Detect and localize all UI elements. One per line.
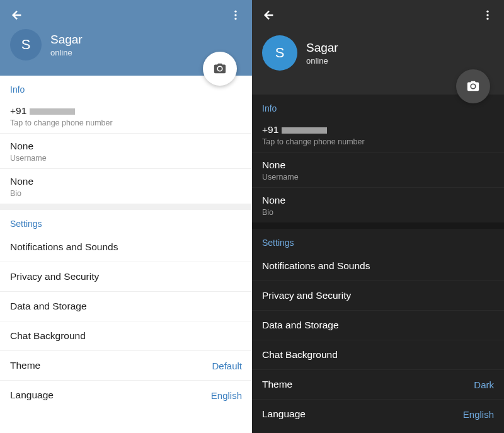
username-row[interactable]: None Username xyxy=(0,134,252,169)
profile-header: S Sagar online xyxy=(252,0,504,95)
svg-point-0 xyxy=(234,11,236,13)
more-options-icon[interactable] xyxy=(229,9,242,24)
data-storage-row[interactable]: Data and Storage xyxy=(0,292,252,321)
username-label: Username xyxy=(10,154,47,163)
language-row[interactable]: Language English xyxy=(252,400,504,429)
theme-label: Theme xyxy=(10,360,40,371)
language-label: Language xyxy=(10,390,54,401)
section-divider xyxy=(0,204,252,210)
camera-button[interactable] xyxy=(456,69,490,103)
language-value: English xyxy=(463,409,494,420)
notifications-row[interactable]: Notifications and Sounds xyxy=(252,251,504,281)
username-value: None xyxy=(10,141,47,152)
language-label: Language xyxy=(262,408,306,420)
privacy-row[interactable]: Privacy and Security xyxy=(0,262,252,292)
profile-status: online xyxy=(306,56,338,66)
profile-status: online xyxy=(50,48,83,57)
bio-value: None xyxy=(10,176,33,187)
camera-button[interactable] xyxy=(203,52,237,86)
privacy-label: Privacy and Security xyxy=(10,271,99,282)
more-options-icon[interactable] xyxy=(481,9,494,24)
phone-prefix: +91 xyxy=(10,105,26,116)
phone-number-redacted xyxy=(30,108,75,115)
bio-value: None xyxy=(262,195,285,206)
theme-row[interactable]: Theme Dark xyxy=(252,370,504,400)
notifications-row[interactable]: Notifications and Sounds xyxy=(0,233,252,262)
phone-prefix: +91 xyxy=(262,124,278,135)
chat-background-row[interactable]: Chat Background xyxy=(252,340,504,370)
username-row[interactable]: None Username xyxy=(252,153,504,188)
svg-point-1 xyxy=(234,14,236,16)
phone-row[interactable]: +91 Tap to change phone number xyxy=(252,117,504,153)
notifications-label: Notifications and Sounds xyxy=(262,260,370,272)
svg-point-2 xyxy=(234,18,236,20)
notifications-label: Notifications and Sounds xyxy=(10,241,118,253)
privacy-label: Privacy and Security xyxy=(262,290,351,301)
settings-section-header: Settings xyxy=(0,210,252,233)
phone-hint: Tap to change phone number xyxy=(10,118,113,127)
avatar[interactable]: S xyxy=(10,29,42,61)
theme-value: Default xyxy=(212,361,242,371)
profile-name: Sagar xyxy=(50,33,83,47)
phone-number-redacted xyxy=(282,127,327,134)
data-storage-row[interactable]: Data and Storage xyxy=(252,311,504,340)
username-label: Username xyxy=(262,173,299,182)
bio-label: Bio xyxy=(262,208,285,217)
data-storage-label: Data and Storage xyxy=(10,301,87,312)
profile-name: Sagar xyxy=(306,41,338,55)
theme-value: Dark xyxy=(474,379,494,390)
section-divider xyxy=(252,222,504,229)
bio-row[interactable]: None Bio xyxy=(0,169,252,204)
language-value: English xyxy=(211,390,242,401)
theme-row[interactable]: Theme Default xyxy=(0,351,252,381)
username-value: None xyxy=(262,159,299,171)
svg-point-4 xyxy=(486,14,488,16)
svg-point-5 xyxy=(486,18,488,20)
chat-background-label: Chat Background xyxy=(10,330,86,342)
back-arrow-icon[interactable] xyxy=(10,8,24,25)
chat-background-label: Chat Background xyxy=(262,349,338,361)
phone-row[interactable]: +91 Tap to change phone number xyxy=(0,98,252,134)
back-arrow-icon[interactable] xyxy=(262,8,276,25)
settings-section-header: Settings xyxy=(252,229,504,251)
avatar[interactable]: S xyxy=(262,35,297,71)
theme-label: Theme xyxy=(262,379,292,390)
bio-label: Bio xyxy=(10,189,33,198)
language-row[interactable]: Language English xyxy=(0,381,252,410)
profile-header: S Sagar online xyxy=(0,0,252,76)
svg-point-3 xyxy=(486,11,488,13)
privacy-row[interactable]: Privacy and Security xyxy=(252,281,504,311)
bio-row[interactable]: None Bio xyxy=(252,188,504,222)
phone-hint: Tap to change phone number xyxy=(262,137,365,146)
chat-background-row[interactable]: Chat Background xyxy=(0,321,252,351)
data-storage-label: Data and Storage xyxy=(262,320,339,331)
